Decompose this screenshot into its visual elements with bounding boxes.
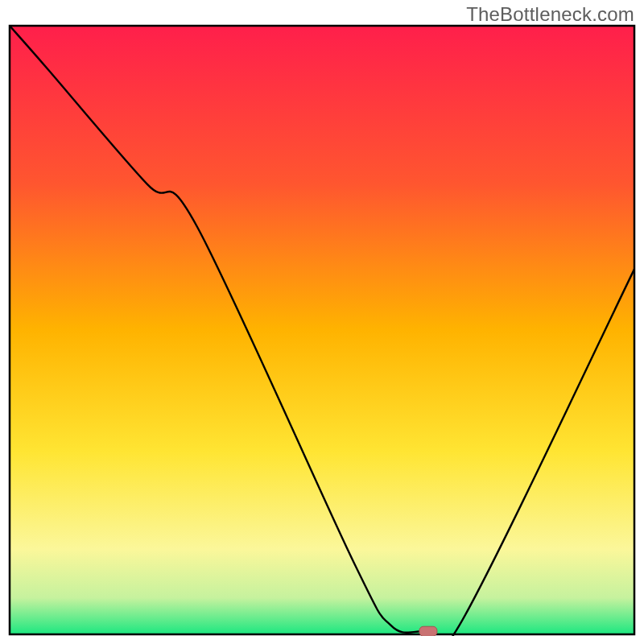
chart-container: TheBottleneck.com xyxy=(0,0,644,644)
optimal-marker xyxy=(419,626,437,636)
watermark-text: TheBottleneck.com xyxy=(466,3,634,26)
gradient-background xyxy=(10,26,634,634)
plot-area xyxy=(8,24,636,636)
chart-svg xyxy=(8,24,636,636)
